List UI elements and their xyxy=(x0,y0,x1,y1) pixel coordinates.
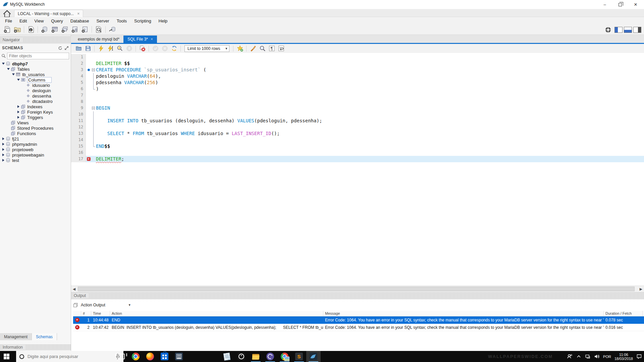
explain-icon[interactable] xyxy=(116,45,124,52)
taskbar-app-task-view-icon[interactable] xyxy=(114,351,128,362)
scroll-right-icon[interactable]: ▶ xyxy=(638,286,644,292)
code-line-10[interactable]: 10 xyxy=(71,111,644,118)
tray-chevron-up-icon[interactable] xyxy=(576,354,582,359)
language-indicator[interactable]: POR xyxy=(603,355,611,359)
execute-current-icon[interactable] xyxy=(106,45,114,52)
editor-tab-close-icon[interactable]: × xyxy=(151,37,153,42)
code-line-4[interactable]: 4pdesloguin VARCHAR(64), xyxy=(71,73,644,79)
execute-icon[interactable] xyxy=(97,45,105,52)
taskbar-app-firefox-icon[interactable] xyxy=(143,351,157,362)
open-sql-script-icon[interactable]: SQL xyxy=(13,25,21,34)
new-sql-tab-icon[interactable]: SQL xyxy=(3,25,11,34)
reconnect-icon[interactable] xyxy=(108,25,117,34)
code-line-2[interactable]: 2DELIMITER $$ xyxy=(71,60,644,67)
beautify-icon[interactable] xyxy=(249,45,257,52)
close-button-icon[interactable]: ✕ xyxy=(628,0,643,9)
code-line-6[interactable]: 6) xyxy=(71,86,644,92)
inspector-icon[interactable]: i xyxy=(26,25,35,34)
tree-collapsed-arrow-icon[interactable] xyxy=(16,116,20,119)
open-file-icon[interactable] xyxy=(74,45,83,52)
people-icon[interactable] xyxy=(567,354,573,359)
tree-item-projetoweb[interactable]: projetoweb xyxy=(0,147,71,152)
code-line-7[interactable]: 7 xyxy=(71,92,644,99)
tree-collapsed-arrow-icon[interactable] xyxy=(1,159,5,162)
tree-collapsed-arrow-icon[interactable] xyxy=(1,154,5,156)
menu-file[interactable]: File xyxy=(1,18,16,23)
tree-item-indexes[interactable]: Indexes xyxy=(0,104,71,109)
invisibles-icon[interactable]: ¶ xyxy=(268,45,276,52)
tree-collapsed-arrow-icon[interactable] xyxy=(16,105,20,108)
tree-item-stored-procedures[interactable]: Stored Procedures xyxy=(0,125,71,131)
taskbar-search[interactable] xyxy=(16,351,123,362)
code-line-15[interactable]: 15END$$ xyxy=(71,143,644,149)
taskbar-search-input[interactable] xyxy=(28,354,112,359)
output-view-selector[interactable]: Action Output ▼ xyxy=(73,301,131,309)
menu-query[interactable]: Query xyxy=(47,18,66,23)
connection-tab[interactable]: LOCAL - Warning - not suppo... × xyxy=(14,10,83,17)
output-row[interactable]: ×210:47:42BEGIN INSERT INTO tb_usuarios … xyxy=(73,324,644,331)
taskbar-app-chrome-icon[interactable] xyxy=(128,351,143,362)
tree-item-tables[interactable]: Tables xyxy=(0,66,71,72)
help-donut-icon[interactable] xyxy=(604,25,612,34)
menu-help[interactable]: Help xyxy=(155,18,171,23)
tree-item-triggers[interactable]: Triggers xyxy=(0,115,71,120)
menu-database[interactable]: Database xyxy=(67,18,93,23)
tree-expanded-arrow-icon[interactable] xyxy=(1,63,5,65)
code-line-11[interactable]: 11 INSERT INTO tb_usuarios (desloguin, d… xyxy=(71,118,644,124)
code-line-1[interactable]: 1 xyxy=(71,54,644,60)
start-button-icon[interactable] xyxy=(0,351,16,362)
taskbar-app-sublime-text-icon[interactable] xyxy=(292,351,306,362)
code-line-14[interactable]: 14 xyxy=(71,137,644,143)
scrollbar-thumb[interactable] xyxy=(78,287,635,291)
create-function-icon[interactable]: () xyxy=(80,25,89,34)
code-line-8[interactable]: 8 xyxy=(71,99,644,105)
toggle-right-panel-icon[interactable] xyxy=(633,27,641,33)
snippet-star-icon[interactable] xyxy=(236,45,244,52)
tree-collapsed-arrow-icon[interactable] xyxy=(16,111,20,113)
save-icon[interactable] xyxy=(84,45,92,52)
scroll-left-icon[interactable]: ◀ xyxy=(71,286,77,292)
taskbar-app-calculator-icon[interactable] xyxy=(172,351,186,362)
code-line-17[interactable]: 17×DELIMITER; xyxy=(71,156,644,162)
collapse-panel-icon[interactable] xyxy=(64,46,69,50)
taskbar-app-record-app-icon[interactable] xyxy=(234,351,249,362)
taskbar-app-microsoft-store-icon[interactable] xyxy=(157,351,172,362)
tree-item-test[interactable]: test xyxy=(0,158,71,163)
code-line-13[interactable]: 13 SELECT * FROM tb_usuarios WHERE idusu… xyxy=(71,130,644,137)
taskbar-app-mysql-workbench-icon[interactable] xyxy=(306,351,321,362)
create-procedure-icon[interactable] xyxy=(70,25,79,34)
create-view-icon[interactable] xyxy=(60,25,69,34)
tree-expanded-arrow-icon[interactable] xyxy=(16,79,20,81)
toggle-bottom-panel-icon[interactable] xyxy=(624,27,632,33)
tree-collapsed-arrow-icon[interactable] xyxy=(1,143,5,145)
code-line-12[interactable]: 12 xyxy=(71,124,644,130)
tree-item-fj21[interactable]: fj21 xyxy=(0,136,71,141)
search-doc-icon[interactable] xyxy=(94,25,103,34)
menu-server[interactable]: Server xyxy=(93,18,113,23)
toggle-left-panel-icon[interactable] xyxy=(614,27,623,33)
create-table-icon[interactable] xyxy=(50,25,59,34)
menu-edit[interactable]: Edit xyxy=(16,18,31,23)
tree-item-columns[interactable]: Columns xyxy=(0,77,71,82)
code-area[interactable]: 12DELIMITER $$3CREATE PROCEDURE `sp_usua… xyxy=(71,53,644,286)
editor-tab[interactable]: SQL File 3*× xyxy=(123,36,157,43)
clock[interactable]: 11:06 18/03/2018 xyxy=(614,353,633,361)
output-row[interactable]: ×110:44:48ENDError Code: 1064. You have … xyxy=(73,316,644,324)
connection-tab-close-icon[interactable]: × xyxy=(77,11,79,16)
refresh-schemas-icon[interactable] xyxy=(58,46,62,50)
menu-tools[interactable]: Tools xyxy=(113,18,130,23)
tree-item-foreign-keys[interactable]: Foreign Keys xyxy=(0,109,71,115)
tree-expanded-arrow-icon[interactable] xyxy=(6,68,10,70)
sidebar-tab-schemas[interactable]: Schemas xyxy=(32,333,57,340)
limit-rows-select[interactable]: Limit to 1000 rows▼ xyxy=(184,45,229,52)
create-schema-icon[interactable] xyxy=(40,25,49,34)
fold-toggle-icon[interactable] xyxy=(91,105,96,111)
taskbar-app-notepad-icon[interactable] xyxy=(220,351,234,362)
tree-item-phpmyadmin[interactable]: phpmyadmin xyxy=(0,141,71,147)
filter-objects-input[interactable] xyxy=(7,53,69,59)
wrap-icon[interactable] xyxy=(277,45,285,52)
menu-scripting[interactable]: Scripting xyxy=(130,18,155,23)
tree-item-dessenha[interactable]: dessenha xyxy=(0,93,71,99)
tree-item-projetowebagain[interactable]: projetowebagain xyxy=(0,152,71,158)
menu-view[interactable]: View xyxy=(31,18,47,23)
